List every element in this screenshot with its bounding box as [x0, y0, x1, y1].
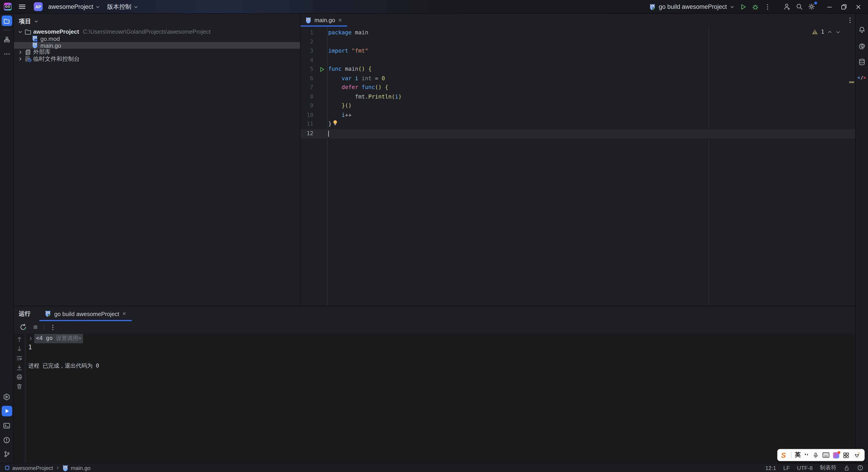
event-log-icon[interactable] — [857, 465, 864, 471]
encoding-widget[interactable]: UTF-8 — [797, 465, 813, 471]
code-line[interactable]: 10 i++ — [301, 111, 855, 120]
console-gutter — [14, 333, 25, 463]
line-number: 1 — [301, 28, 316, 37]
chevron-right-icon[interactable] — [17, 50, 23, 55]
run-panel-title[interactable]: 运行 — [19, 310, 30, 317]
project-panel-header[interactable]: 项目 — [14, 14, 300, 28]
console-output[interactable]: <4 go 设置调用> 1 进程 已完成，退出代码为 0 — [26, 333, 855, 463]
rerun-button[interactable] — [20, 323, 27, 331]
run-button[interactable] — [737, 1, 749, 12]
chevron-right-icon[interactable] — [17, 57, 23, 62]
code-text: package main — [327, 28, 368, 37]
microphone-icon[interactable] — [813, 451, 819, 459]
stop-button[interactable] — [32, 324, 39, 331]
gomod-icon — [31, 35, 39, 42]
code-line[interactable]: 4 — [301, 56, 855, 65]
close-icon[interactable] — [122, 311, 127, 316]
code-line[interactable]: 5func main() { — [301, 65, 855, 74]
terminal-tool-button[interactable] — [1, 420, 12, 431]
run-config-selector[interactable]: go build awesomeProject — [647, 3, 737, 10]
debug-button[interactable] — [749, 1, 761, 12]
soft-wrap-button[interactable] — [16, 355, 23, 361]
code-line[interactable]: 2 — [301, 37, 855, 46]
code-line[interactable]: 6 var i int = 0 — [301, 74, 855, 84]
code-line[interactable]: 3import "fmt" — [301, 46, 855, 56]
code-line[interactable]: 7 defer func() { — [301, 83, 855, 92]
ime-language-toggle[interactable]: 英 — [795, 451, 801, 459]
close-icon[interactable] — [338, 18, 343, 22]
punctuation-toggle-icon[interactable] — [804, 452, 809, 458]
virtual-keyboard-icon[interactable] — [822, 452, 830, 458]
breadcrumb-file[interactable]: main.go — [71, 465, 90, 471]
svg-text:/: / — [860, 75, 863, 80]
toolbox-grid-icon[interactable] — [842, 451, 850, 459]
console-empty-line — [28, 352, 855, 361]
run-tool-button[interactable] — [1, 406, 12, 416]
emoji-panda-icon[interactable] — [853, 451, 861, 459]
hamburger-menu-icon[interactable] — [16, 1, 28, 12]
project-switcher[interactable]: awesomeProject — [45, 1, 103, 12]
problems-tool-button[interactable] — [1, 435, 12, 445]
code-token: i — [355, 75, 358, 81]
console-more-button[interactable] — [49, 323, 57, 331]
tree-item[interactable]: 临时文件和控制台 — [14, 56, 300, 62]
gutter-marker — [316, 101, 327, 111]
structure-tool-button[interactable] — [1, 34, 12, 45]
code-editor[interactable]: 1 1package main23import "fmt"45func main… — [301, 27, 855, 306]
services-tool-button[interactable] — [1, 391, 12, 402]
notifications-button[interactable] — [857, 24, 867, 35]
clear-all-button[interactable] — [16, 383, 23, 390]
folded-command[interactable]: <4 go 设置调用> — [34, 334, 83, 343]
code-line[interactable]: 1package main — [301, 28, 855, 37]
fold-text-dim: 设置调用> — [56, 335, 82, 341]
ai-assistant-button[interactable] — [857, 40, 867, 51]
readonly-toggle-icon[interactable] — [844, 465, 850, 471]
caret-position-widget[interactable]: 12:1 — [765, 465, 776, 471]
tree-item[interactable]: main.go — [14, 42, 300, 49]
tree-item[interactable]: 外部库 — [14, 49, 300, 56]
close-button[interactable] — [851, 0, 865, 13]
code-line[interactable]: 11} — [301, 120, 855, 129]
database-button[interactable] — [857, 57, 867, 67]
code-token: 0 — [381, 75, 385, 81]
sogou-logo-icon[interactable]: S — [781, 451, 788, 459]
code-with-me-button[interactable] — [781, 1, 794, 12]
fold-chevron-icon[interactable] — [28, 336, 34, 341]
indent-widget[interactable]: 制表符 — [820, 464, 836, 472]
more-actions-button[interactable] — [761, 1, 773, 12]
run-line-icon[interactable] — [316, 65, 327, 74]
code-line[interactable]: 8 fmt.Println(i) — [301, 92, 855, 102]
run-tab[interactable]: go build awesomeProject — [39, 306, 132, 321]
maximize-button[interactable] — [836, 0, 851, 13]
project-tool-button[interactable] — [1, 15, 12, 26]
module-icon — [4, 465, 10, 470]
code-token: ++ — [345, 112, 352, 118]
scroll-to-end-button[interactable] — [16, 364, 23, 371]
search-everywhere-button[interactable] — [793, 1, 805, 12]
text-caret — [328, 130, 329, 137]
tab-options-button[interactable] — [844, 16, 855, 24]
next-occurrence-button[interactable] — [16, 345, 23, 352]
print-button[interactable] — [16, 374, 23, 380]
minimize-button[interactable] — [822, 0, 837, 13]
tree-item[interactable]: awesomeProjectC:\Users\meowr\GolandProje… — [14, 28, 300, 35]
line-ending-widget[interactable]: LF — [783, 465, 790, 471]
titlebar-left: GO AP awesomeProject 版本控制 — [3, 0, 142, 13]
vcs-menu[interactable]: 版本控制 — [104, 1, 142, 12]
settings-button[interactable] — [805, 1, 817, 12]
code-line[interactable]: 12 — [301, 129, 855, 138]
skin-icon[interactable] — [833, 452, 839, 458]
prev-occurrence-button[interactable] — [16, 336, 23, 343]
editor-tab-main-go[interactable]: main.go — [301, 14, 347, 26]
documentation-button[interactable]: </> — [857, 72, 867, 83]
breadcrumb-project[interactable]: awesomeProject — [12, 465, 53, 471]
chevron-down-icon[interactable] — [17, 29, 23, 34]
more-tool-windows-button[interactable] — [1, 49, 12, 59]
gutter-marker — [316, 111, 327, 120]
code-line[interactable]: 9 }() — [301, 101, 855, 111]
right-tool-stripe: </> — [855, 14, 868, 463]
intention-bulb-icon[interactable] — [333, 120, 338, 126]
git-tool-button[interactable] — [1, 449, 12, 460]
tree-item[interactable]: go.mod — [14, 35, 300, 42]
console-command-line[interactable]: <4 go 设置调用> — [28, 334, 855, 343]
